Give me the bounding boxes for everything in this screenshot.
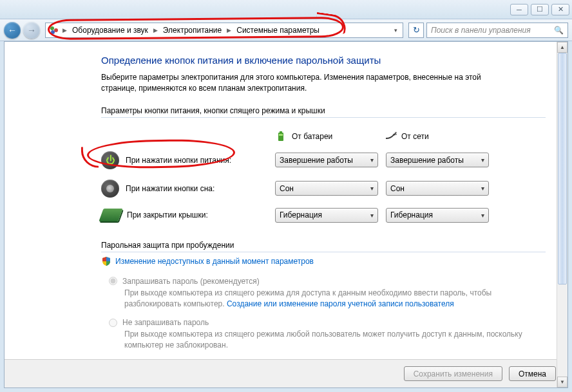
navigation-bar: ← → ▶ Оборудование и звук ▶ Электропитан… xyxy=(0,19,572,41)
cancel-button[interactable]: Отмена xyxy=(509,366,556,381)
address-dropdown-icon[interactable]: ▾ xyxy=(392,27,400,33)
breadcrumb-system-settings[interactable]: Системные параметры xyxy=(234,24,322,36)
laptop-lid-icon xyxy=(99,209,122,221)
group-title-buttons: Параметры кнопки питания, кнопки спящего… xyxy=(101,106,546,115)
search-input[interactable]: Поиск в панели управления 🔍 xyxy=(426,23,568,38)
battery-icon xyxy=(275,131,287,142)
chevron-right-icon: ▶ xyxy=(225,27,233,33)
client-area: Определение кнопок питания и включение п… xyxy=(4,41,568,388)
svg-rect-7 xyxy=(395,134,397,135)
radio-no-password-input xyxy=(109,319,117,327)
radio-require-label: Запрашивать пароль (рекомендуется) xyxy=(122,277,260,286)
control-panel-icon xyxy=(48,24,60,36)
col-battery-label: От батареи xyxy=(292,132,332,141)
create-password-link[interactable]: Создание или изменение пароля учетной за… xyxy=(227,299,454,308)
lid-label: При закрытии крышки: xyxy=(127,210,208,219)
radio-require-password: Запрашивать пароль (рекомендуется) xyxy=(109,277,546,286)
close-button[interactable]: ✕ xyxy=(551,4,569,15)
back-button[interactable]: ← xyxy=(4,22,21,39)
svg-rect-4 xyxy=(280,131,282,133)
scrollbar-thumb[interactable] xyxy=(558,53,567,285)
sleep-ac-select[interactable]: Сон xyxy=(386,181,489,196)
power-ac-select[interactable]: Завершение работы xyxy=(386,153,489,167)
power-battery-select[interactable]: Завершение работы xyxy=(275,153,378,167)
row-power-button: ⏻ При нажатии кнопки питания: Завершение… xyxy=(101,146,546,174)
search-placeholder: Поиск в панели управления xyxy=(431,26,531,35)
group-title-password: Парольная защита при пробуждении xyxy=(101,241,546,250)
svg-rect-6 xyxy=(395,132,397,133)
change-unavailable-link[interactable]: Изменение недоступных в данный момент па… xyxy=(115,257,314,266)
row-lid: При закрытии крышки: Гибернация Гибернац… xyxy=(101,203,546,228)
chevron-right-icon: ▶ xyxy=(61,27,68,33)
breadcrumb-hardware[interactable]: Оборудование и звук xyxy=(70,24,151,36)
svg-rect-3 xyxy=(278,133,283,141)
lid-ac-select[interactable]: Гибернация xyxy=(386,208,489,223)
col-ac-label: От сети xyxy=(401,132,429,141)
radio-require-desc: При выходе компьютера из спящего режима … xyxy=(124,288,524,310)
power-icon: ⏻ xyxy=(101,151,119,169)
vertical-scrollbar[interactable]: ▲ ▼ xyxy=(557,42,567,387)
minimize-button[interactable]: ─ xyxy=(510,4,528,15)
footer: Сохранить изменения Отмена xyxy=(5,359,567,387)
breadcrumb-power[interactable]: Электропитание xyxy=(160,24,224,36)
sleep-icon xyxy=(101,180,119,198)
svg-point-1 xyxy=(54,28,58,32)
address-bar[interactable]: ▶ Оборудование и звук ▶ Электропитание ▶… xyxy=(45,23,403,38)
chevron-right-icon: ▶ xyxy=(152,27,159,33)
radio-no-password: Не запрашивать пароль xyxy=(109,318,546,327)
svg-point-0 xyxy=(50,26,54,30)
radio-require-password-input xyxy=(109,277,117,285)
row-sleep-button: При нажатии кнопки сна: Сон Сон xyxy=(101,174,546,203)
search-icon: 🔍 xyxy=(554,26,564,35)
page-title: Определение кнопок питания и включение п… xyxy=(101,55,546,66)
sleep-battery-select[interactable]: Сон xyxy=(275,181,378,196)
radio-no-label: Не запрашивать пароль xyxy=(122,318,209,327)
forward-button[interactable]: → xyxy=(23,22,40,39)
power-button-label: При нажатии кнопки питания: xyxy=(126,156,231,165)
lid-battery-select[interactable]: Гибернация xyxy=(275,208,378,223)
svg-point-2 xyxy=(51,30,55,34)
save-button[interactable]: Сохранить изменения xyxy=(404,366,502,381)
svg-rect-5 xyxy=(279,134,283,136)
plug-icon xyxy=(385,131,396,142)
page-intro: Выберите параметры электропитания для эт… xyxy=(101,72,513,95)
refresh-button[interactable]: ↻ xyxy=(408,23,424,38)
maximize-button[interactable]: ☐ xyxy=(531,4,549,15)
radio-no-desc: При выходе компьютера из спящего режима … xyxy=(124,329,524,351)
scroll-down-button[interactable]: ▼ xyxy=(557,377,567,387)
sleep-button-label: При нажатии кнопки сна: xyxy=(126,184,214,193)
title-bar: ─ ☐ ✕ xyxy=(0,0,572,19)
shield-icon xyxy=(101,256,111,266)
scroll-up-button[interactable]: ▲ xyxy=(557,42,567,53)
column-headers: От батареи От сети xyxy=(101,119,546,146)
